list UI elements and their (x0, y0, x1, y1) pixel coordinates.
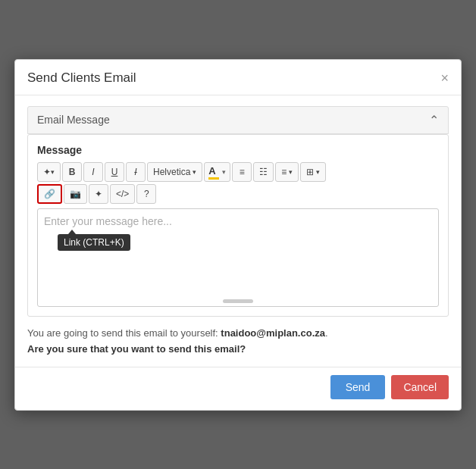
italic-icon: I (92, 167, 94, 177)
link-tooltip: Link (CTRL+K) (58, 234, 130, 251)
info-text: You are going to send this email to your… (27, 327, 449, 339)
toolbar-row-2: 🔗 📷 ✦ </> ? (37, 184, 439, 204)
font-family-arrow: ▾ (193, 168, 196, 176)
fullscreen-button[interactable]: ✦ (89, 184, 108, 204)
list-ol-icon: ☷ (259, 167, 268, 177)
image-button[interactable]: 📷 (64, 184, 87, 204)
font-color-arrow: ▾ (222, 168, 226, 176)
fullscreen-icon: ✦ (95, 189, 102, 199)
image-icon: 📷 (70, 189, 81, 199)
list-ul-icon: ≡ (240, 167, 245, 177)
send-email-modal: Send Clients Email × Email Message ⌃ Mes… (14, 59, 462, 411)
font-family-dropdown[interactable]: Helvetica ▾ (147, 162, 202, 182)
underline-icon: U (111, 167, 118, 177)
magic-arrow: ▾ (51, 168, 55, 176)
strikethrough-icon: I (134, 167, 136, 177)
list-ordered-button[interactable]: ☷ (253, 162, 274, 182)
confirm-text: Are you sure that you want to send this … (27, 343, 449, 355)
list-unordered-button[interactable]: ≡ (232, 162, 252, 182)
chevron-up-icon: ⌃ (429, 113, 439, 127)
table-arrow: ▾ (316, 168, 320, 176)
help-button[interactable]: ? (136, 184, 156, 204)
info-prefix: You are going to send this email to your… (27, 327, 218, 339)
info-email: tnaidoo@miplan.co.za (221, 327, 325, 339)
message-section: Message ✦ ▾ B I U (27, 134, 449, 317)
send-button[interactable]: Send (330, 375, 386, 399)
font-color-swatch (208, 177, 219, 180)
editor-placeholder: Enter your message here... (44, 215, 172, 227)
toolbar-row-1: ✦ ▾ B I U I Helvet (37, 162, 439, 182)
message-label: Message (37, 144, 439, 156)
link-icon: 🔗 (44, 189, 55, 199)
modal-body: Email Message ⌃ Message ✦ ▾ B I (15, 95, 461, 367)
tooltip-text: Link (CTRL+K) (64, 237, 124, 248)
close-button[interactable]: × (440, 71, 449, 85)
link-button[interactable]: 🔗 (37, 184, 62, 204)
strikethrough-button[interactable]: I (126, 162, 146, 182)
code-icon: </> (116, 189, 129, 199)
info-suffix: . (325, 327, 328, 339)
section-title: Email Message (37, 114, 110, 126)
bold-icon: B (69, 167, 76, 177)
table-icon: ⊞ (306, 167, 314, 177)
align-arrow: ▾ (289, 168, 293, 176)
cancel-button[interactable]: Cancel (391, 375, 449, 399)
magic-icon: ✦ (43, 167, 51, 177)
editor-toolbar: ✦ ▾ B I U I Helvet (37, 162, 439, 204)
align-dropdown[interactable]: ≡ ▾ (275, 162, 299, 182)
underline-button[interactable]: U (105, 162, 124, 182)
font-color-a: A (208, 164, 219, 180)
section-header: Email Message ⌃ (27, 106, 449, 134)
modal-footer: Send Cancel (15, 367, 461, 410)
font-color-button[interactable]: A ▾ (204, 162, 230, 182)
magic-button[interactable]: ✦ ▾ (37, 162, 61, 182)
editor-scrollbar (223, 299, 253, 303)
align-icon: ≡ (281, 167, 287, 177)
font-family-label: Helvetica (153, 167, 190, 177)
modal-header: Send Clients Email × (15, 60, 461, 95)
help-icon: ? (144, 189, 149, 199)
table-dropdown[interactable]: ⊞ ▾ (300, 162, 326, 182)
bold-button[interactable]: B (62, 162, 82, 182)
code-button[interactable]: </> (110, 184, 135, 204)
modal-title: Send Clients Email (27, 70, 136, 86)
italic-button[interactable]: I (83, 162, 103, 182)
editor-area[interactable]: Enter your message here... (37, 208, 439, 307)
